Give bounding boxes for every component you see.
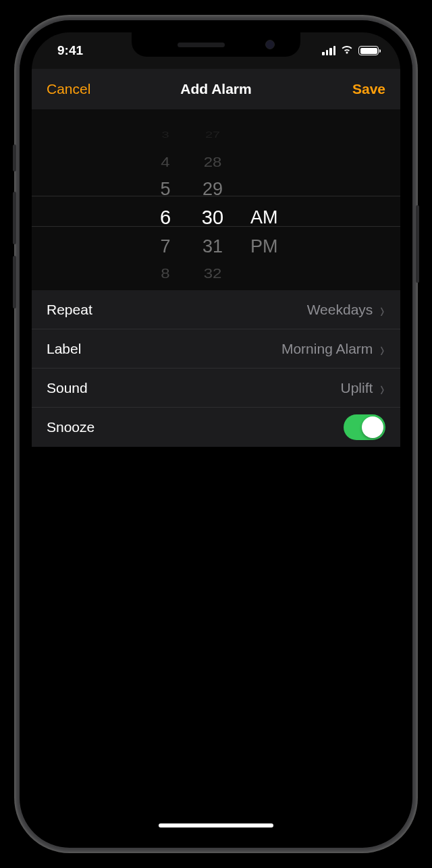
save-button[interactable]: Save <box>352 81 385 97</box>
label-label: Label <box>47 341 81 357</box>
picker-minute-selected: 30 <box>192 202 233 233</box>
picker-minute-option: 32 <box>192 262 233 285</box>
status-right <box>322 43 379 58</box>
picker-hour-option: 7 <box>145 233 186 260</box>
label-value: Morning Alarm <box>281 341 373 357</box>
picker-period-selected: AM <box>250 202 298 233</box>
picker-minute-option: 31 <box>192 233 233 260</box>
picker-minute-option: 28 <box>192 151 233 173</box>
mute-switch <box>13 144 16 171</box>
chevron-right-icon: › <box>381 299 385 320</box>
picker-hour-option: 3 <box>145 127 186 143</box>
sound-value: Uplift <box>340 380 373 396</box>
snooze-label: Snooze <box>47 419 94 435</box>
wifi-icon <box>340 43 354 58</box>
phone-frame: 9:41 Cancel Add Alarm <box>16 16 416 852</box>
repeat-label: Repeat <box>47 302 92 318</box>
minute-picker[interactable]: 27 28 29 30 31 32 33 <box>186 116 240 290</box>
chevron-right-icon: › <box>381 338 385 359</box>
picker-hour-option: 4 <box>145 151 186 173</box>
alarm-settings-list: Repeat Weekdays › Label Morning Alarm › <box>32 290 400 447</box>
notch <box>132 32 300 57</box>
front-camera <box>265 40 275 49</box>
battery-icon <box>358 46 379 55</box>
repeat-value: Weekdays <box>307 302 373 318</box>
label-row[interactable]: Label Morning Alarm › <box>32 329 400 369</box>
picker-minute-option: 29 <box>192 175 233 202</box>
picker-hour-selected: 6 <box>145 202 186 233</box>
chevron-right-icon: › <box>381 377 385 398</box>
phone-bezel: 9:41 Cancel Add Alarm <box>20 20 412 848</box>
switch-knob <box>362 416 383 438</box>
cancel-button[interactable]: Cancel <box>47 81 90 97</box>
picker-period-option: PM <box>250 233 298 260</box>
picker-hour-option: 8 <box>145 262 186 285</box>
time-picker: 3 4 5 6 7 8 9 27 28 29 <box>32 109 400 290</box>
nav-header: Cancel Add Alarm Save <box>32 69 400 109</box>
volume-down-button <box>13 256 16 308</box>
side-button <box>416 205 419 283</box>
picker-hour-option: 5 <box>145 175 186 202</box>
screen: 9:41 Cancel Add Alarm <box>32 32 400 836</box>
period-picker[interactable]: AM PM <box>246 116 300 290</box>
repeat-row[interactable]: Repeat Weekdays › <box>32 290 400 329</box>
page-title: Add Alarm <box>180 81 251 97</box>
volume-up-button <box>13 192 16 244</box>
home-indicator[interactable] <box>159 823 273 828</box>
sound-label: Sound <box>47 380 88 396</box>
cellular-signal-icon <box>322 46 335 55</box>
hour-picker[interactable]: 3 4 5 6 7 8 9 <box>132 116 186 290</box>
picker-minute-option: 27 <box>192 127 233 143</box>
snooze-toggle[interactable] <box>344 414 385 440</box>
sound-row[interactable]: Sound Uplift › <box>32 369 400 408</box>
speaker-grille <box>178 43 225 47</box>
status-time: 9:41 <box>57 43 83 58</box>
snooze-row: Snooze <box>32 408 400 447</box>
